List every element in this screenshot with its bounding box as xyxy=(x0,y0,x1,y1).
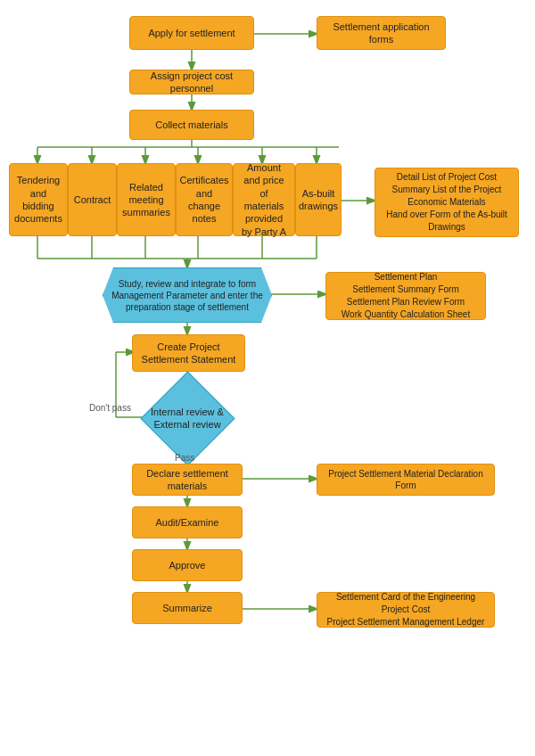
settlement-forms-box: Settlement application forms xyxy=(317,16,446,50)
audit-box: Audit/Examine xyxy=(132,506,243,538)
tendering-box: Tendering and bidding documents xyxy=(9,163,68,236)
detail-list-box: Detail List of Project Cost Summary List… xyxy=(374,168,519,237)
asbuilt-box: As-built drawings xyxy=(295,163,342,236)
dont-pass-label: Don't pass xyxy=(89,403,131,413)
amount-box: Amount and price of materials provided b… xyxy=(233,163,295,236)
certificates-box: Certificates and change notes xyxy=(176,163,233,236)
diagram: Apply for settlement Settlement applicat… xyxy=(0,0,535,756)
meeting-box: Related meeting summaries xyxy=(117,163,176,236)
apply-box: Apply for settlement xyxy=(129,16,254,50)
declare-box: Declare settlement materials xyxy=(132,464,243,496)
settlement-plan-box: Settlement Plan Settlement Summary Form … xyxy=(325,272,486,320)
review-label: Internal review & External review xyxy=(147,406,227,431)
arrows xyxy=(0,0,535,756)
settlement-card-box: Settlement Card of the Engineering Proje… xyxy=(317,592,495,628)
contract-box: Contract xyxy=(68,163,117,236)
study-box: Study, review and integrate to form Mana… xyxy=(103,267,272,323)
summarize-box: Summarize xyxy=(132,592,243,624)
collect-box: Collect materials xyxy=(129,110,254,140)
review-diamond: Internal review & External review xyxy=(138,383,236,453)
pass-label: Pass xyxy=(175,453,194,463)
approve-box: Approve xyxy=(132,549,243,581)
declare-form-box: Project Settlement Material Declaration … xyxy=(317,464,495,496)
assign-box: Assign project cost personnel xyxy=(129,70,254,94)
create-box: Create Project Settlement Statement xyxy=(132,334,245,372)
